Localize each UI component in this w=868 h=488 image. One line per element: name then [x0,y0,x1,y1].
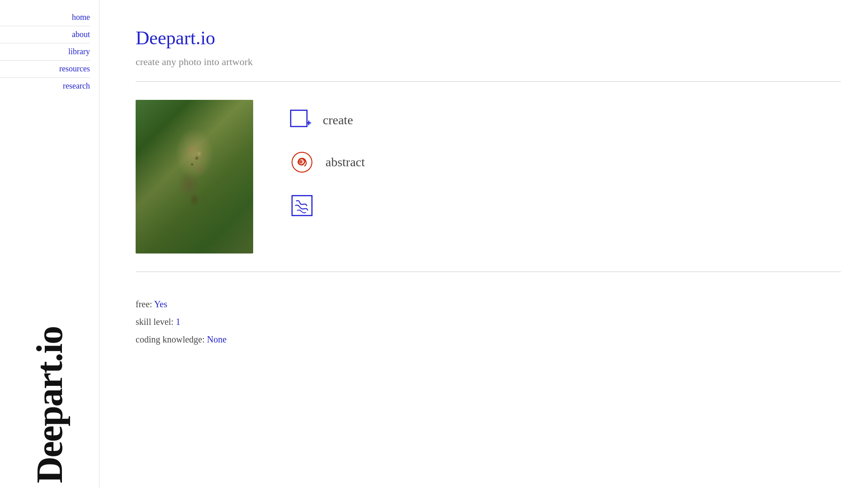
create-label: create [323,113,353,127]
coding-value: None [207,334,226,344]
meta-skill: skill level: 1 [136,317,841,327]
sidebar-logo: Deepart.io [0,327,99,488]
svg-point-4 [299,160,302,164]
sidebar-item-library[interactable]: library [0,43,90,61]
action-create[interactable]: create [289,109,365,131]
svg-rect-0 [291,110,307,127]
abstract-label: abstract [326,155,365,169]
svg-point-5 [303,159,306,161]
actions-panel: create abstract [289,100,365,218]
sidebar-nav: home about library resources research [0,9,99,94]
top-divider [136,81,841,82]
abstract-icon [289,150,315,175]
sidebar-logo-text: Deepart.io [31,327,68,483]
meta-free: free: Yes [136,299,841,310]
create-icon [289,109,312,131]
sidebar: home about library resources research De… [0,0,99,488]
sidebar-item-resources[interactable]: resources [0,61,90,78]
third-icon [289,193,315,218]
svg-rect-6 [292,196,312,216]
free-value: Yes [154,299,167,309]
sidebar-item-about[interactable]: about [0,26,90,43]
meta-section: free: Yes skill level: 1 coding knowledg… [136,290,841,361]
meta-coding: coding knowledge: None [136,334,841,345]
sidebar-item-home[interactable]: home [0,9,90,26]
action-third[interactable] [289,193,365,218]
page-subtitle: create any photo into artwork [136,56,841,68]
content-section: create abstract [136,100,841,253]
main-content: Deepart.io create any photo into artwork [99,0,868,488]
skill-value: 1 [176,317,180,327]
page-title: Deepart.io [136,27,841,49]
sidebar-item-research[interactable]: research [0,78,90,94]
bottom-divider [136,272,841,272]
action-abstract[interactable]: abstract [289,150,365,175]
artwork-image [136,100,253,253]
